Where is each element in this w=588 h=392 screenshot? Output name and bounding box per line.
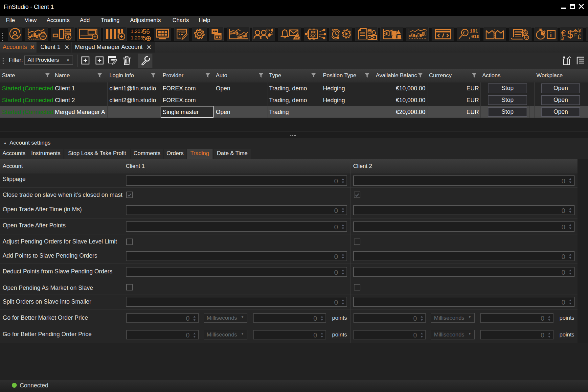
- svg-text:£: £: [577, 33, 581, 40]
- svg-text:F: F: [574, 32, 577, 37]
- svg-text:,010: ,010: [468, 34, 479, 39]
- svg-text:56: 56: [143, 28, 150, 35]
- svg-text:1.203: 1.203: [131, 28, 143, 34]
- svg-text:€: €: [463, 30, 465, 35]
- svg-text:$: $: [567, 28, 573, 40]
- svg-text:5: 5: [143, 35, 146, 41]
- svg-text:₿: ₿: [561, 36, 564, 40]
- svg-text:1.203: 1.203: [131, 35, 143, 40]
- svg-text:i: i: [550, 31, 552, 38]
- svg-text:101: 101: [470, 29, 478, 34]
